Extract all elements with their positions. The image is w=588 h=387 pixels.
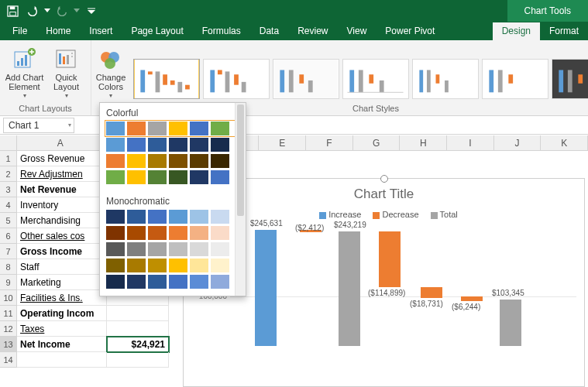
save-icon[interactable] [3,2,22,19]
chart-bar-increase[interactable] [255,230,277,346]
select-all-corner[interactable] [0,135,17,150]
tab-data[interactable]: Data [250,22,288,40]
cell[interactable] [107,306,169,321]
cell[interactable]: Net Revenue [17,182,107,197]
chart-styles-gallery[interactable] [130,54,588,102]
chart-bar-total[interactable] [339,231,360,346]
chart-style-4[interactable] [342,59,409,99]
color-scheme-option[interactable] [106,275,235,289]
col-header-j[interactable]: J [494,135,542,150]
col-header-i[interactable]: I [447,135,494,150]
col-header-f[interactable]: F [306,135,353,150]
tab-home[interactable]: Home [36,22,80,40]
row-header[interactable]: 3 [0,182,17,197]
chart-bar-decrease[interactable] [421,287,442,298]
color-scheme-option[interactable] [106,170,235,184]
qat-customize-icon[interactable] [82,2,101,19]
cell[interactable]: Other sales cos [17,228,107,244]
row-header[interactable]: 6 [0,228,17,244]
color-swatch [190,226,208,240]
tab-power-pivot[interactable]: Power Pivot [376,22,444,40]
col-header-e[interactable]: E [259,135,306,150]
redo-icon[interactable] [53,2,71,19]
tab-page-layout[interactable]: Page Layout [122,22,192,40]
cell[interactable]: Facilities & Ins. [17,290,107,306]
row-header[interactable]: 14 [0,352,17,368]
cell[interactable]: Marketing [17,275,107,290]
color-scheme-option[interactable] [106,122,235,135]
tab-insert[interactable]: Insert [80,22,122,40]
row-header[interactable]: 12 [0,321,17,337]
svg-rect-29 [234,74,239,84]
cell[interactable]: $24,921 [107,337,169,352]
cell[interactable]: Gross Revenue [17,151,107,166]
cell[interactable] [17,352,107,368]
quick-layout-button[interactable]: Quick Layout ▾ [46,45,87,101]
chart-style-3[interactable] [273,59,339,99]
quick-access-toolbar [0,2,104,19]
tab-format[interactable]: Format [540,22,588,40]
name-box[interactable]: Chart 1 ▾ [3,118,74,133]
cell[interactable] [107,321,169,337]
tab-review[interactable]: Review [288,22,337,40]
row-header[interactable]: 8 [0,259,17,275]
row-header[interactable]: 2 [0,166,17,182]
row-header[interactable]: 9 [0,275,17,290]
chart-bar-decrease[interactable] [379,231,401,287]
col-header-h[interactable]: H [400,135,447,150]
chart-style-7[interactable] [552,59,588,99]
svg-rect-9 [59,53,61,64]
tab-view[interactable]: View [338,22,377,40]
cell[interactable]: Operating Incom [17,306,107,321]
row-header[interactable]: 4 [0,197,17,213]
svg-rect-52 [559,70,563,92]
tab-file[interactable]: File [3,22,36,40]
col-header-g[interactable]: G [353,135,401,150]
chart-style-1[interactable] [133,59,200,99]
color-scheme-option[interactable] [106,154,235,168]
row-header[interactable]: 13 [0,337,17,352]
chevron-down-icon[interactable]: ▾ [68,122,71,128]
popup-scrollbar[interactable] [235,103,246,296]
chart-data-label: $245,631 [250,219,283,228]
color-scheme-option[interactable] [106,138,235,152]
color-scheme-option[interactable] [106,210,235,224]
add-chart-element-button[interactable]: Add Chart Element ▾ [5,45,45,101]
cell[interactable]: Inventory [17,197,107,213]
undo-dropdown-icon[interactable] [43,2,51,19]
col-header-k[interactable]: K [541,135,588,150]
color-scheme-option[interactable] [106,226,235,240]
tab-design[interactable]: Design [493,22,540,40]
legend-swatch-increase [319,212,326,219]
tab-formulas[interactable]: Formulas [193,22,250,40]
cell[interactable]: Taxes [17,321,107,337]
row-header[interactable]: 10 [0,290,17,306]
undo-icon[interactable] [23,2,42,19]
chart-style-5[interactable] [412,59,479,99]
chart-style-2[interactable] [203,59,270,99]
change-colors-button[interactable]: Change Colors ▾ [93,45,129,101]
legend-swatch-total [431,212,438,219]
cell[interactable]: Gross Income [17,244,107,259]
color-scheme-option[interactable] [106,242,235,256]
color-scheme-option[interactable] [106,259,235,272]
cell[interactable] [107,352,169,368]
chart-resize-handle-top[interactable] [380,175,388,183]
scrollbar-thumb[interactable] [237,104,244,216]
redo-dropdown-icon[interactable] [73,2,81,19]
color-swatch [127,138,146,152]
chart-style-6[interactable] [482,59,548,99]
row-header[interactable]: 5 [0,213,17,228]
cell[interactable]: Net Income [17,337,107,352]
row-header[interactable]: 11 [0,306,17,321]
cell[interactable]: Merchandising [17,213,107,228]
cell[interactable]: Rev Adjustmen [17,166,107,182]
group-chart-layouts: Add Chart Element ▾ Quick Layout ▾ Chart… [0,40,91,115]
col-header-a[interactable]: A [17,135,105,150]
row-header[interactable]: 1 [0,151,17,166]
cell[interactable]: Staff [17,259,107,275]
row-header[interactable]: 7 [0,244,17,259]
color-swatch [211,122,229,135]
chart-bar-total[interactable] [500,300,521,346]
chart-bar-decrease[interactable] [461,296,483,301]
